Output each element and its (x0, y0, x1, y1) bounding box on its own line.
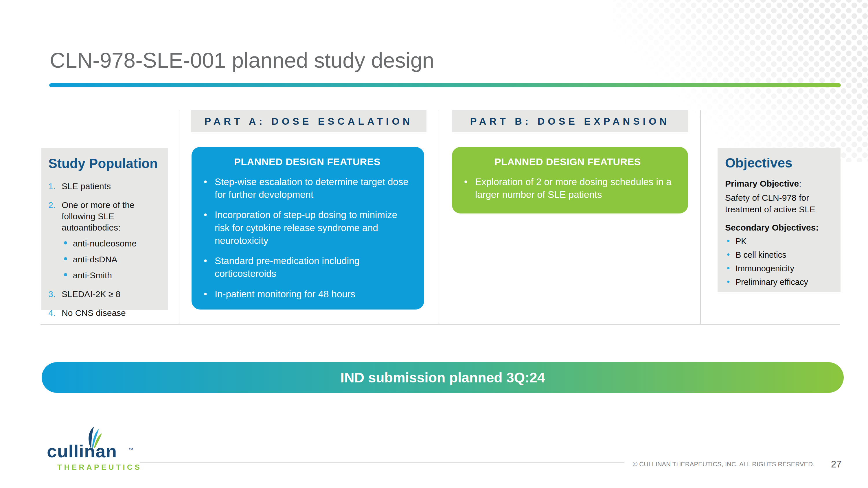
logo-wordmark: cullinan (47, 441, 117, 461)
slide: CLN-978-SLE-001 planned study design PAR… (0, 0, 868, 488)
sub-list: anti-nucleosome anti-dsDNA anti-Smith (62, 238, 163, 281)
study-population-panel: Study Population 1. SLE patients 2. One … (41, 148, 168, 310)
objective-bullet: PK (725, 237, 835, 246)
objectives-panel: Objectives Primary Objective: Safety of … (717, 148, 840, 292)
column-divider-3 (700, 110, 701, 324)
primary-objective-colon: : (799, 179, 801, 188)
list-item: 2. One or more of the following SLE auto… (48, 199, 163, 281)
feature-bullet: Incorporation of step-up dosing to minim… (202, 208, 412, 247)
copyright-text: © CULLINAN THERAPEUTICS, INC. ALL RIGHTS… (633, 460, 814, 468)
part-a-features-panel: PLANNED DESIGN FEATURES Step-wise escala… (191, 147, 424, 310)
logo-subtitle: THERAPEUTICS (57, 463, 142, 472)
feature-bullet: In-patient monitoring for 48 hours (202, 288, 412, 300)
list-item-text: No CNS disease (62, 307, 163, 319)
column-divider-2 (439, 110, 439, 324)
list-item: 3. SLEDAI-2K ≥ 8 (48, 288, 163, 300)
objective-bullet: B cell kinetics (725, 250, 835, 260)
bullet-icon (64, 241, 67, 245)
trademark-symbol: ™ (128, 447, 133, 453)
sub-list-item: anti-nucleosome (62, 238, 163, 249)
list-item-text: One or more of the following SLE autoant… (62, 199, 163, 233)
list-item-text: SLE patients (62, 181, 163, 192)
columns-bottom-rule (40, 324, 840, 325)
feature-bullet: Exploration of 2 or more dosing schedule… (462, 175, 673, 201)
part-b-features-heading: PLANNED DESIGN FEATURES (462, 156, 673, 167)
objectives-heading: Objectives (725, 155, 835, 171)
title-underline-gradient (49, 83, 841, 87)
list-item: 4. No CNS disease (48, 307, 163, 319)
list-item-text: SLEDAI-2K ≥ 8 (62, 288, 163, 300)
list-number: 1. (48, 181, 62, 192)
part-b-features-panel: PLANNED DESIGN FEATURES Exploration of 2… (452, 147, 688, 214)
study-population-heading: Study Population (48, 156, 163, 171)
ind-submission-banner-text: IND submission planned 3Q:24 (341, 370, 545, 386)
objective-bullet: Immunogenicity (725, 264, 835, 273)
sub-list-item-text: anti-nucleosome (73, 238, 136, 249)
secondary-objectives-label: Secondary Objectives: (725, 223, 835, 233)
sub-list-item: anti-dsDNA (62, 254, 163, 265)
bullet-icon (64, 273, 67, 276)
primary-objective-label: Primary Objective: (725, 179, 835, 189)
primary-objective-label-bold: Primary Objective (725, 179, 799, 188)
halftone-dots-pattern (613, 0, 868, 162)
list-number: 4. (48, 307, 62, 319)
footer-rule (140, 462, 624, 463)
bullet-icon (64, 257, 67, 260)
column-divider-1 (179, 110, 179, 324)
list-item: 1. SLE patients (48, 181, 163, 192)
sub-list-item: anti-Smith (62, 270, 163, 281)
feature-bullet: Standard pre-medication including cortic… (202, 255, 412, 280)
cullinan-logo: cullinan ™ THERAPEUTICS (46, 426, 142, 473)
part-a-header: PART A: DOSE ESCALATION (191, 110, 427, 132)
feature-bullet: Step-wise escalation to determine target… (202, 175, 412, 201)
part-b-header: PART B: DOSE EXPANSION (452, 110, 688, 132)
part-a-features-heading: PLANNED DESIGN FEATURES (202, 156, 412, 167)
primary-objective-text: Safety of CLN-978 for treatment of activ… (725, 192, 835, 215)
list-number: 3. (48, 288, 62, 300)
sub-list-item-text: anti-dsDNA (73, 254, 117, 265)
ind-submission-banner: IND submission planned 3Q:24 (42, 362, 844, 393)
list-number: 2. (48, 199, 62, 281)
sub-list-item-text: anti-Smith (73, 270, 112, 281)
page-number: 27 (831, 459, 842, 470)
page-title: CLN-978-SLE-001 planned study design (50, 48, 434, 73)
objective-bullet: Preliminary efficacy (725, 278, 835, 287)
